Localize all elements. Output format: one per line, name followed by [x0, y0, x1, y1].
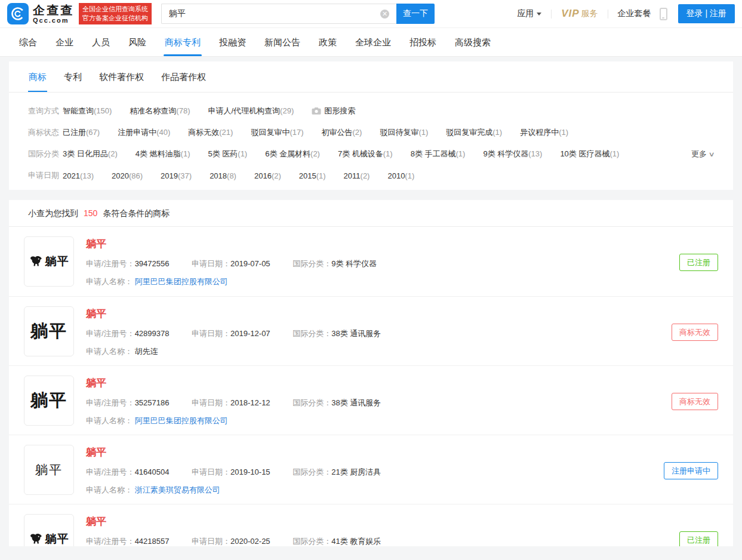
trademark-name-link[interactable]: 躺平 [86, 515, 106, 528]
brand-name: 企查查 [33, 4, 74, 16]
trademark-info: 申请/注册号：42899378 申请日期：2019-12-07 国际分类：38类… [86, 328, 718, 339]
filter-option[interactable]: 2016(2) [254, 171, 281, 180]
divider [608, 10, 608, 19]
trademark-image[interactable]: 躺平 [24, 376, 74, 426]
registration-number: 42899378 [135, 329, 170, 338]
table-row[interactable]: 躺平 躺平 申请/注册号：41640504 申请日期：2019-10-15 国际… [9, 435, 733, 504]
trademark-name-link[interactable]: 躺平 [86, 377, 106, 390]
filter-option[interactable]: 注册申请中(40) [118, 127, 170, 138]
filter-option[interactable]: 异议程序中(1) [520, 127, 568, 138]
search-button[interactable]: 查一下 [396, 4, 435, 24]
nav-tab-renyuan[interactable]: 人员 [92, 28, 110, 56]
intl-class: 38类 通讯服务 [331, 329, 381, 338]
trademark-image[interactable]: 躺平 [24, 306, 74, 356]
table-row[interactable]: 躺平 躺平 申请/注册号：42899378 申请日期：2019-12-07 国际… [9, 296, 733, 365]
filter-label: 查询方式 [28, 106, 63, 116]
status-badge: 商标无效 [672, 324, 718, 341]
app-menu[interactable]: 应用 [517, 8, 541, 19]
filter-option[interactable]: 3类 日化用品(2) [63, 149, 118, 159]
trademark-name-link[interactable]: 躺平 [86, 307, 106, 321]
nav-tab-zhengce[interactable]: 政策 [319, 28, 337, 56]
nav-tab-xinwen-gonggao[interactable]: 新闻公告 [264, 28, 300, 56]
tab-patent[interactable]: 专利 [63, 61, 82, 92]
filter-option[interactable]: 商标无效(21) [188, 127, 233, 138]
tab-software-copyright[interactable]: 软件著作权 [98, 61, 144, 92]
enterprise-package-link[interactable]: 企业套餐 [618, 8, 651, 19]
applicant-row: 申请人名称： 阿里巴巴集团控股有限公司 [86, 416, 718, 426]
qcc-logo-icon [7, 3, 29, 24]
clear-search-icon[interactable]: ✕ [380, 10, 389, 19]
results-summary: 小查为您找到 150 条符合条件的商标 [9, 200, 733, 227]
table-row[interactable]: 躺平 躺平 申请/注册号：35257186 申请日期：2018-12-12 国际… [9, 365, 733, 435]
nav-tab-qiye[interactable]: 企业 [56, 28, 73, 56]
filter-option[interactable]: 2010(1) [387, 171, 414, 180]
nav-tab-zhaotoubiao[interactable]: 招投标 [410, 28, 436, 56]
filter-option[interactable]: 2019(37) [161, 171, 192, 180]
tab-work-copyright[interactable]: 作品著作权 [161, 61, 207, 92]
nav-tab-tourongzi[interactable]: 投融资 [219, 28, 246, 56]
chevron-down-icon: ∨ [708, 150, 715, 158]
results-panel: 小查为您找到 150 条符合条件的商标 躺平 躺平 申请/注册号：3947255… [9, 200, 733, 546]
trademark-image[interactable]: 躺平 [24, 514, 74, 546]
filter-option[interactable]: 7类 机械设备(1) [338, 149, 393, 159]
intl-class: 41类 教育娱乐 [331, 537, 381, 546]
table-row[interactable]: 躺平 躺平 申请/注册号：44218557 申请日期：2020-02-25 国际… [9, 504, 733, 546]
filter-option[interactable]: 驳回复审中(17) [251, 127, 303, 138]
filter-option[interactable]: 驳回待复审(1) [380, 127, 428, 138]
applicant-link[interactable]: 阿里巴巴集团控股有限公司 [135, 416, 228, 425]
status-badge: 商标无效 [672, 393, 718, 410]
filter-option[interactable]: 2021(13) [63, 171, 94, 180]
tab-trademark[interactable]: 商标 [28, 61, 47, 92]
table-row[interactable]: 躺平 躺平 申请/注册号：39472556 申请日期：2019-07-05 国际… [9, 227, 733, 296]
filter-option[interactable]: 2011(2) [344, 171, 370, 180]
filter-label: 申请日期 [28, 170, 63, 181]
filter-option[interactable]: 2018(8) [210, 171, 236, 180]
status-badge: 已注册 [679, 254, 718, 271]
filter-option[interactable]: 已注册(67) [63, 127, 100, 138]
trademark-image[interactable]: 躺平 [24, 445, 74, 495]
filter-option[interactable]: 4类 燃料油脂(1) [136, 149, 190, 159]
sheep-icon [29, 532, 44, 546]
filter-option[interactable]: 6类 金属材料(2) [265, 149, 320, 159]
trademark-info: 申请/注册号：41640504 申请日期：2019-10-15 国际分类：21类… [86, 467, 718, 478]
applicant-link[interactable]: 浙江素美琪贸易有限公司 [135, 485, 220, 494]
brand-domain: Qcc.com [33, 17, 74, 24]
nav-tab-zonghe[interactable]: 综合 [19, 28, 37, 56]
filter-option[interactable]: 申请人/代理机构查询(29) [208, 106, 294, 116]
vip-service-link[interactable]: VIP 服务 [561, 8, 598, 20]
sheep-icon [29, 254, 44, 269]
trademark-name-link[interactable]: 躺平 [86, 238, 106, 251]
filter-option[interactable]: 8类 手工器械(1) [411, 149, 466, 159]
filter-option[interactable]: 2015(1) [299, 171, 326, 180]
filter-option[interactable]: 智能查询(150) [63, 106, 112, 116]
status-badge: 已注册 [679, 531, 718, 546]
filter-row-intl-class: 国际分类 3类 日化用品(2) 4类 燃料油脂(1) 5类 医药(1) 6类 金… [28, 143, 714, 165]
more-button[interactable]: 更多 ∨ [691, 149, 714, 159]
filter-option[interactable]: 初审公告(2) [322, 127, 362, 138]
nav-tab-shangbiao-zhuanli[interactable]: 商标专利 [165, 28, 201, 56]
nav-tab-gaoji-sousuo[interactable]: 高级搜索 [455, 28, 491, 56]
mobile-app-icon[interactable] [660, 8, 667, 20]
camera-icon [312, 107, 321, 115]
filter-option[interactable]: 9类 科学仪器(13) [483, 149, 542, 159]
filter-row-query-mode: 查询方式 智能查询(150) 精准名称查询(78) 申请人/代理机构查询(29)… [28, 100, 714, 122]
top-header: 企查查 Qcc.com 全国企业信用查询系统 官方备案企业征信机构 ✕ 查一下 … [0, 0, 742, 28]
search-input[interactable] [161, 4, 396, 24]
qcc-logo[interactable]: 企查查 Qcc.com 全国企业信用查询系统 官方备案企业征信机构 [7, 3, 152, 24]
filter-option[interactable]: 10类 医疗器械(1) [560, 149, 619, 159]
login-register-button[interactable]: 登录 | 注册 [678, 4, 735, 23]
nav-tab-quanqiu-qiye[interactable]: 全球企业 [355, 28, 391, 56]
filter-option[interactable]: 5类 医药(1) [208, 149, 247, 159]
filter-label: 商标状态 [28, 127, 63, 138]
applicant-row: 申请人名称： 阿里巴巴集团控股有限公司 [86, 276, 718, 287]
qcc-logo-text: 企查查 Qcc.com [33, 4, 74, 24]
filter-option[interactable]: 2020(86) [112, 171, 143, 180]
filter-option[interactable]: 精准名称查询(78) [130, 106, 190, 116]
image-search-option[interactable]: 图形搜索 [312, 106, 355, 116]
filter-panel: 商标 专利 软件著作权 作品著作权 查询方式 智能查询(150) 精准名称查询(… [9, 61, 733, 190]
filter-option[interactable]: 驳回复审完成(1) [446, 127, 502, 138]
trademark-name-link[interactable]: 躺平 [86, 446, 106, 459]
applicant-link[interactable]: 阿里巴巴集团控股有限公司 [135, 277, 228, 286]
nav-tab-fengxian[interactable]: 风险 [128, 28, 146, 56]
trademark-image[interactable]: 躺平 [24, 236, 74, 287]
